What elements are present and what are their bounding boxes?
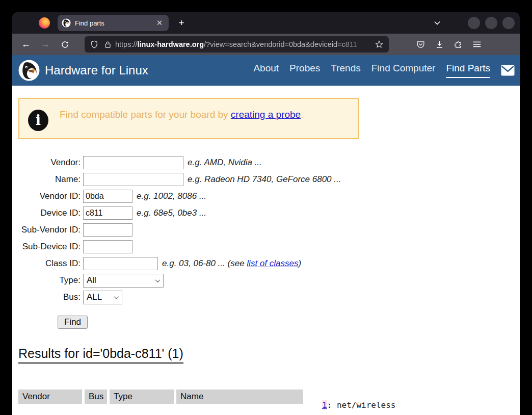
window-controls: [468, 17, 515, 29]
url-bar[interactable]: https://linux-hardware.org/?view=search&…: [85, 36, 389, 53]
nav-find-parts[interactable]: Find Parts: [446, 63, 490, 78]
class-id-hint-before: e.g. 03, 06-80 ... (see: [162, 258, 247, 268]
site-logo-penguin-icon[interactable]: [18, 60, 40, 81]
screenshot-root: Find parts ✕ + ← →: [0, 0, 532, 415]
bus-label: Bus:: [12, 292, 83, 302]
column-header-vendor[interactable]: Vendor: [18, 390, 82, 404]
class-label: net/wireless: [337, 400, 396, 410]
results-table-header-row: Vendor Bus Type Name: [18, 390, 303, 404]
vendor-id-label: Vendor ID:: [12, 191, 83, 201]
info-icon: i: [28, 110, 48, 131]
page-content: iFind compatible parts for your board by…: [12, 86, 520, 415]
creating-a-probe-link[interactable]: creating a probe: [231, 109, 301, 120]
vendor-label: Vendor:: [12, 158, 83, 168]
pocket-button[interactable]: [413, 37, 428, 51]
puzzle-piece-icon: [454, 40, 463, 49]
url-text[interactable]: https://linux-hardware.org/?view=search&…: [115, 40, 375, 48]
sub-device-id-label: Sub-Device ID:: [12, 242, 83, 252]
reload-icon: [61, 40, 69, 49]
name-hint: e.g. Radeon HD 7340, GeForce 6800 ...: [188, 174, 341, 185]
select-chevron-icon: [114, 294, 119, 299]
sub-vendor-id-input[interactable]: [83, 223, 132, 237]
class-index-link[interactable]: 1: [322, 400, 327, 410]
new-tab-button[interactable]: +: [175, 17, 188, 29]
class-id-hint-after: ): [298, 258, 301, 268]
form-row-name: Name: e.g. Radeon HD 7340, GeForce 6800 …: [12, 173, 520, 186]
site-nav: About Probes Trends Find Computer Find P…: [253, 63, 515, 78]
tab-title: Find parts: [75, 19, 154, 27]
find-button[interactable]: Find: [58, 316, 88, 329]
notice-box: iFind compatible parts for your board by…: [18, 98, 359, 139]
download-icon: [435, 40, 444, 49]
form-row-bus: Bus: ALL: [12, 291, 520, 304]
extensions-button[interactable]: [451, 37, 465, 51]
pocket-icon: [416, 40, 425, 49]
forward-button[interactable]: →: [38, 39, 53, 50]
back-button[interactable]: ←: [18, 39, 34, 50]
url-protocol: https://: [115, 40, 138, 48]
vendor-id-hint: e.g. 1002, 8086 ...: [137, 191, 206, 201]
device-id-hint: e.g. 68e5, 0be3 ...: [137, 208, 206, 218]
site-title[interactable]: Hardware for Linux: [45, 63, 148, 77]
downloads-button[interactable]: [432, 37, 446, 51]
class-summary: 1: net/wireless: [322, 400, 396, 410]
column-header-bus[interactable]: Bus: [85, 390, 107, 404]
bookmark-star-icon[interactable]: [375, 40, 384, 49]
form-row-vendor: Vendor: e.g. AMD, Nvidia ...: [12, 156, 520, 169]
window-minimize-button[interactable]: [468, 17, 480, 29]
form-row-vendor-id: Vendor ID: e.g. 1002, 8086 ...: [12, 190, 520, 203]
nav-trends[interactable]: Trends: [331, 63, 360, 78]
device-id-input[interactable]: [83, 206, 132, 220]
site-header: Hardware for Linux About Probes Trends F…: [12, 55, 520, 86]
bus-select-value: ALL: [87, 292, 102, 302]
mail-icon[interactable]: [501, 65, 515, 76]
tab-close-icon[interactable]: ✕: [154, 18, 165, 28]
select-chevron-icon: [155, 277, 161, 282]
form-row-sub-vendor-id: Sub-Vendor ID:: [12, 223, 520, 237]
lock-icon[interactable]: [103, 40, 112, 49]
vendor-id-input[interactable]: [83, 190, 132, 203]
form-row-device-id: Device ID: e.g. 68e5, 0be3 ...: [12, 206, 520, 220]
class-id-hint: e.g. 03, 06-80 ... (see list of classes): [162, 258, 301, 269]
browser-tab[interactable]: Find parts ✕: [58, 15, 169, 31]
sub-device-id-input[interactable]: [83, 240, 132, 253]
window-maximize-button[interactable]: [485, 17, 497, 29]
nav-about[interactable]: About: [253, 63, 279, 78]
list-of-classes-link[interactable]: list of classes: [247, 258, 298, 268]
shield-icon[interactable]: [90, 40, 99, 49]
nav-find-computer[interactable]: Find Computer: [371, 63, 436, 78]
toolbar-right-icons: [413, 37, 484, 51]
chevron-down-icon: [433, 19, 441, 27]
firefox-icon: [39, 17, 50, 29]
search-form: Vendor: e.g. AMD, Nvidia ... Name: e.g. …: [12, 156, 520, 329]
form-row-sub-device-id: Sub-Device ID:: [12, 240, 520, 253]
menu-button[interactable]: [470, 37, 484, 51]
url-host: linux-hardware.org: [138, 40, 204, 48]
class-id-input[interactable]: [83, 257, 158, 270]
name-label: Name:: [12, 174, 83, 185]
browser-titlebar: Find parts ✕ +: [12, 12, 520, 34]
notice-text: Find compatible parts for your board by: [60, 109, 228, 120]
name-input[interactable]: [83, 173, 183, 186]
hamburger-menu-icon: [472, 40, 482, 49]
results-table: Vendor Bus Type Name: [16, 387, 306, 406]
type-select-value: All: [87, 275, 96, 286]
list-all-tabs-button[interactable]: [433, 19, 441, 27]
sub-vendor-id-label: Sub-Vendor ID:: [12, 225, 83, 235]
notice-suffix: .: [301, 109, 303, 120]
device-id-label: Device ID:: [12, 208, 83, 218]
type-select[interactable]: All: [83, 274, 164, 288]
browser-window: Find parts ✕ + ← →: [12, 12, 520, 415]
reload-button[interactable]: [57, 40, 72, 49]
vendor-hint: e.g. AMD, Nvidia ...: [188, 158, 262, 168]
nav-probes[interactable]: Probes: [289, 63, 320, 78]
type-label: Type:: [12, 275, 83, 286]
column-header-name[interactable]: Name: [176, 390, 303, 404]
column-header-type[interactable]: Type: [110, 390, 174, 404]
bus-select[interactable]: ALL: [83, 291, 122, 304]
window-close-button[interactable]: [502, 17, 515, 29]
form-row-class-id: Class ID: e.g. 03, 06-80 ... (see list o…: [12, 257, 520, 270]
vendor-input[interactable]: [83, 156, 183, 169]
class-id-label: Class ID:: [12, 258, 83, 269]
form-row-type: Type: All: [12, 274, 520, 287]
